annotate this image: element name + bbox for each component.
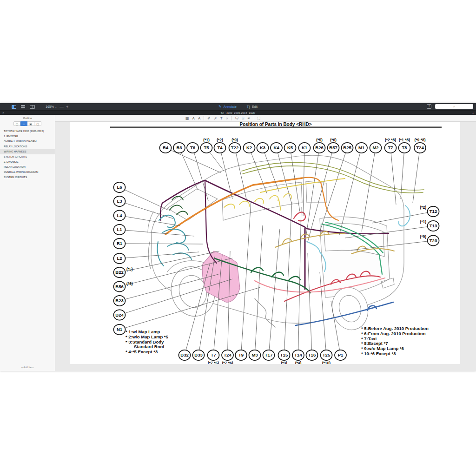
callout-label: R4 <box>163 145 169 150</box>
zoom-in-button[interactable]: + <box>66 105 68 109</box>
sidebar-item[interactable]: RELAY LOCATION <box>0 165 55 170</box>
document-tab-bar: × TA_H200_2006-2015_EWD + <box>0 110 476 115</box>
footnote-line: * 4:*5 Except *3 <box>126 349 158 354</box>
callout-label: B24 <box>115 312 124 317</box>
zoom-out-button[interactable]: — <box>60 105 64 109</box>
zoom-level-dropdown[interactable]: 165% ⌄ <box>46 105 57 108</box>
callout-label: K1 <box>302 145 308 150</box>
footnote-line: * 8:Except *7 <box>361 341 388 346</box>
edit-text-icon: T| <box>247 105 250 108</box>
callout-note: (*6) <box>126 281 133 286</box>
callout-note: (*5) <box>316 138 323 142</box>
document-tab[interactable]: TA_H200_2006-2015_EWD <box>0 112 476 114</box>
thumbnail-view-button[interactable] <box>20 105 26 109</box>
callout-label: B56 <box>115 284 123 289</box>
callout-note: (*9) <box>231 138 238 142</box>
leader-line <box>401 148 404 199</box>
footnotes: * 1:w/ Map Lamp* 2:w/o Map Lamp *5* 3:St… <box>126 326 429 356</box>
callout-label: T13 <box>430 223 437 228</box>
footnote-line: * 6:From Aug. 2010 Production <box>361 331 426 336</box>
title-underline <box>110 127 442 128</box>
callout-label: B33 <box>194 352 202 357</box>
callout-label: M3 <box>251 352 258 357</box>
page-spread-button[interactable] <box>30 105 35 109</box>
pdf-app-window: 165% ⌄ — + ✎ Annotate T| Edit ⌕ × TA_H20… <box>0 103 476 371</box>
sidebar-toggle-button[interactable] <box>11 105 16 109</box>
page-title: Position of Parts in Body <RHD> <box>239 122 311 127</box>
callout-label: L1 <box>117 227 122 232</box>
leader-line <box>179 148 198 190</box>
leader-line <box>119 187 168 210</box>
toolbar-divider <box>231 116 231 120</box>
callout-label: T4 <box>217 145 223 150</box>
sidebar-item[interactable]: 1. EM26T4E <box>0 134 55 139</box>
edit-tab[interactable]: T| Edit <box>247 105 258 108</box>
callout-label: T24 <box>224 352 231 357</box>
sidebar-item[interactable]: WIRING HARNESS <box>0 149 55 154</box>
sidebar-item[interactable]: SYSTEM CIRCUITS <box>0 154 55 159</box>
callout-label: L3 <box>117 198 122 204</box>
callout-label: T8 <box>402 145 407 150</box>
text-large-icon[interactable]: A <box>192 116 195 120</box>
footnote-line: * 1:w/ Map Lamp <box>126 329 160 334</box>
search-input[interactable]: ⌕ <box>435 104 473 109</box>
callout-label: K3 <box>260 145 265 150</box>
callout-label: R3 <box>176 145 182 150</box>
callout-note: (*4) <box>295 361 302 364</box>
annotation-toolbar: ▦AA✐➚T○🗨⍗✒⛶ <box>55 115 476 122</box>
sidebar-item[interactable]: OVERALL WIRING DIAGRAM <box>0 170 55 175</box>
callout-note: (*1 *8) <box>399 138 410 142</box>
share-icon[interactable] <box>427 104 431 109</box>
callout-note: (*1) <box>420 219 426 224</box>
footnote-line: * 3:Standard Body <box>126 339 164 344</box>
sidebar-item[interactable]: 2. EWD662E <box>0 159 55 165</box>
callout-label: R1 <box>117 241 123 246</box>
crop-icon[interactable]: ⛶ <box>258 116 260 120</box>
sidebar-title: Outline <box>0 117 55 119</box>
search-icon: ⌕ <box>453 105 455 108</box>
sidebar-item[interactable]: OVERALL WIRING DIAGRM <box>0 139 55 144</box>
book-icon <box>30 105 35 109</box>
add-item-button[interactable]: + Add Item <box>0 366 55 369</box>
document-area: ▦AA✐➚T○🗨⍗✒⛶ Position of Parts in Body <R… <box>55 115 476 371</box>
callout-note: (*2) <box>217 138 223 142</box>
sidebar-item[interactable]: TOYOTA HIACE H200 (2006-2015) <box>0 129 55 134</box>
callout-label: T23 <box>430 238 437 243</box>
highlighter-icon[interactable]: ➚ <box>214 116 217 120</box>
note-icon[interactable]: 🗨 <box>235 116 238 120</box>
callout-label: B23 <box>115 298 123 303</box>
annotate-tab[interactable]: ✎ Annotate <box>218 105 237 109</box>
sidebar-tab-thumbnails[interactable]: ▢ <box>13 121 20 126</box>
callout-label: M2 <box>372 145 378 150</box>
outline-sidebar: Outline ▢☰▣▢ TOYOTA HIACE H200 (2006-201… <box>0 115 55 371</box>
callout-label: B25 <box>343 145 351 150</box>
sidebar-tab-annotations[interactable]: ▢ <box>34 121 41 126</box>
grid-icon <box>21 105 25 109</box>
top-toolbar: 165% ⌄ — + ✎ Annotate T| Edit ⌕ <box>0 103 476 110</box>
callout-label: B22 <box>115 270 123 275</box>
callout-label: T17 <box>265 352 272 357</box>
image-stamp-icon[interactable]: ▦ <box>185 116 189 120</box>
text-tool-icon[interactable]: T <box>220 116 223 120</box>
toolbar-divider <box>254 116 254 120</box>
pen-icon[interactable]: ✒ <box>247 116 251 120</box>
sidebar-item[interactable]: SYSTEM CIRCUITS <box>0 175 55 180</box>
callout-note: (*6) <box>330 138 337 142</box>
pencil-icon[interactable]: ✐ <box>207 116 211 120</box>
signature-icon[interactable]: ⍗ <box>242 116 244 120</box>
footnote-line: * 5:Before Aug. 2010 Production <box>361 326 429 331</box>
callout-label: T9 <box>238 352 244 357</box>
lasso-icon[interactable]: ○ <box>226 116 228 120</box>
callout-label: B26 <box>315 145 323 150</box>
text-small-icon[interactable]: A <box>198 116 200 120</box>
footnote-line: Standard Roof <box>134 344 165 349</box>
callout-label: K4 <box>273 145 279 150</box>
sidebar-tab-bookmarks[interactable]: ▣ <box>27 121 34 126</box>
callout-label: L6 <box>117 185 122 190</box>
sidebar-item[interactable]: RELAY LOCATIONS <box>0 144 55 149</box>
toolbar-divider <box>204 116 204 120</box>
callout-label: T14 <box>294 352 302 357</box>
callout-label: T7 <box>211 352 216 357</box>
leader-line <box>413 148 420 203</box>
sidebar-tab-outline[interactable]: ☰ <box>20 121 27 126</box>
